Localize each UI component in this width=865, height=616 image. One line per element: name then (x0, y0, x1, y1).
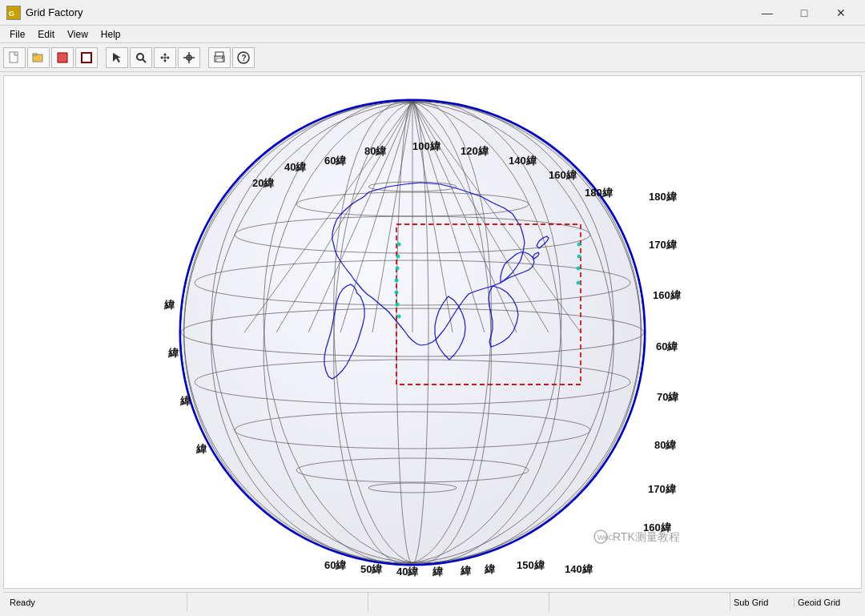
lat-label-180: 180緯 (649, 191, 678, 203)
svg-line-9 (143, 59, 146, 62)
lat-label-top4: 120緯 (461, 145, 489, 157)
status-section-4 (549, 593, 730, 611)
lat-label-top7: 180緯 (585, 187, 614, 199)
rect-outline-button[interactable] (75, 47, 98, 68)
svg-point-62 (577, 266, 581, 270)
toolbar: ? (0, 43, 865, 72)
lat-label-top3: 100緯 (412, 140, 441, 152)
svg-point-56 (395, 278, 399, 282)
svg-point-16 (222, 57, 223, 58)
new-button[interactable] (3, 47, 26, 68)
lat-label-160-top: 160緯 (653, 289, 682, 301)
menu-edit[interactable]: Edit (31, 27, 61, 42)
watermark-text: RTK测量教程 (613, 530, 680, 543)
lat-label-left4: 緯 (195, 443, 207, 455)
svg-rect-2 (10, 52, 18, 62)
lat-label-bottom2: 50緯 (360, 563, 383, 575)
lat-label-left1: 緯 (163, 299, 175, 311)
lat-label-bottom4: 緯 (432, 566, 444, 578)
window-controls: — □ ✕ (750, 4, 859, 22)
lat-label-150: 150緯 (517, 559, 545, 571)
status-subgrid: Sub Grid (730, 598, 795, 607)
title-bar: G Grid Factory — □ ✕ (0, 0, 865, 26)
rect-red-button[interactable] (51, 47, 74, 68)
svg-point-59 (397, 314, 401, 318)
svg-point-54 (396, 254, 400, 258)
svg-point-61 (577, 254, 581, 258)
svg-point-8 (137, 54, 143, 60)
subgrid-label: Sub Grid (734, 598, 768, 607)
lat-label-170-bot: 170緯 (648, 483, 677, 495)
svg-point-55 (396, 266, 400, 270)
menu-file[interactable]: File (3, 27, 31, 42)
lat-label-70: 70緯 (657, 391, 679, 403)
print-button[interactable] (208, 47, 231, 68)
lat-label-top8: 40緯 (284, 161, 307, 173)
status-section-2 (187, 593, 368, 611)
arrow-button[interactable] (106, 47, 128, 68)
svg-rect-5 (58, 53, 67, 62)
lat-label-left2: 緯 (167, 347, 179, 359)
status-right: Sub Grid Geoid Grid (730, 598, 859, 607)
zoom-button[interactable] (130, 47, 152, 68)
lat-label-top9: 20緯 (252, 177, 275, 189)
pan-button[interactable] (154, 47, 176, 68)
lat-label-170-top: 170緯 (649, 239, 678, 251)
svg-point-63 (577, 280, 581, 284)
lat-label-bottom1: 60緯 (324, 559, 347, 571)
lat-label-top1: 60緯 (324, 155, 347, 167)
menu-view[interactable]: View (61, 27, 95, 42)
open-button[interactable] (27, 47, 50, 68)
lat-label-bottom3: 40緯 (396, 566, 419, 578)
window-title: Grid Factory (26, 6, 750, 18)
svg-rect-15 (216, 58, 223, 62)
svg-marker-7 (113, 53, 121, 62)
svg-text:WeC: WeC (597, 533, 614, 542)
toolbar-sep-1 (99, 47, 104, 68)
globe-container: 180緯 170緯 160緯 60緯 70緯 80緯 170緯 160緯 150… (4, 76, 861, 588)
minimize-button[interactable]: — (750, 4, 785, 22)
close-button[interactable]: ✕ (823, 4, 859, 22)
svg-point-60 (577, 242, 581, 246)
svg-text:G: G (9, 10, 14, 18)
menu-help[interactable]: Help (95, 27, 127, 42)
status-ready: Ready (6, 593, 187, 611)
lat-label-140: 140緯 (565, 563, 593, 575)
help-button[interactable]: ? (232, 47, 255, 68)
crosshair-button[interactable] (178, 47, 200, 68)
svg-point-57 (395, 290, 399, 294)
status-section-3 (368, 593, 549, 611)
svg-point-58 (396, 302, 400, 306)
geoidgrid-label: Geoid Grid (798, 598, 840, 607)
menu-bar: File Edit View Help (0, 26, 865, 43)
svg-text:?: ? (242, 54, 247, 62)
maximize-button[interactable]: □ (787, 4, 822, 22)
lat-label-top5: 140緯 (509, 155, 537, 167)
lat-label-top6: 160緯 (549, 169, 577, 181)
svg-rect-6 (82, 53, 91, 62)
lat-label-top2: 80緯 (364, 145, 387, 157)
toolbar-sep-2 (202, 47, 207, 68)
main-content[interactable]: 180緯 170緯 160緯 60緯 70緯 80緯 170緯 160緯 150… (3, 75, 862, 589)
lat-label-left3: 緯 (179, 395, 191, 407)
status-bar: Ready Sub Grid Geoid Grid (3, 592, 862, 611)
app-icon: G (6, 6, 21, 20)
lat-label-60: 60緯 (656, 340, 678, 352)
lat-label-bottom6: 緯 (484, 563, 496, 575)
status-geoidgrid: Geoid Grid (795, 598, 859, 607)
svg-rect-4 (33, 54, 37, 55)
lat-label-80: 80緯 (654, 439, 677, 451)
svg-point-53 (397, 242, 401, 246)
lat-label-bottom5: 緯 (460, 565, 472, 577)
